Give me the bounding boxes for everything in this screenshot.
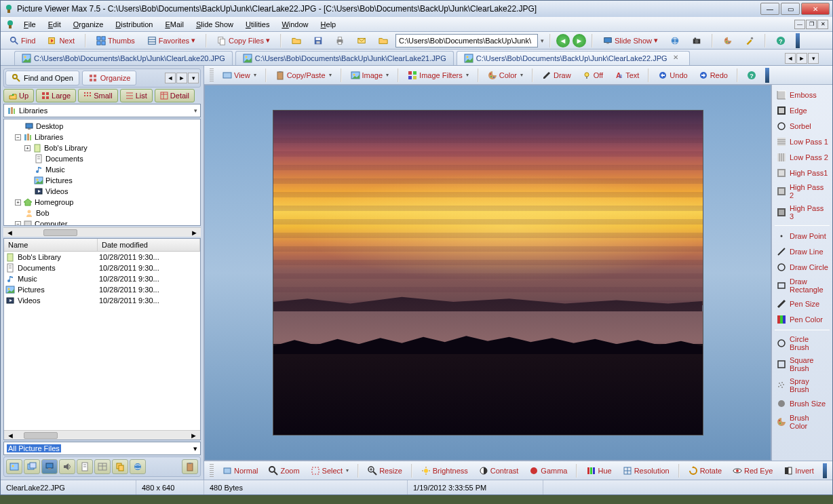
hue-button[interactable]: Hue bbox=[581, 464, 616, 478]
help-button[interactable]: ? bbox=[771, 34, 790, 47]
folder-tree[interactable]: Desktop−Libraries+Bob's LibraryDocuments… bbox=[3, 119, 201, 226]
path-combo[interactable] bbox=[395, 34, 538, 47]
mdi-minimize-button[interactable]: — bbox=[794, 20, 805, 29]
expander-icon[interactable]: + bbox=[24, 145, 31, 151]
find-button[interactable]: Find bbox=[5, 34, 40, 47]
menu-email[interactable]: EMail bbox=[159, 19, 189, 30]
tree-node-bob[interactable]: Bob bbox=[5, 208, 199, 218]
select-button[interactable]: Select▾ bbox=[306, 464, 354, 478]
filter-brush-size[interactable]: Brush Size bbox=[773, 396, 831, 411]
menu-window[interactable]: Window bbox=[276, 19, 313, 30]
close-button[interactable]: ✕ bbox=[801, 3, 830, 15]
list-hscroll[interactable]: ◄► bbox=[4, 430, 200, 440]
tree-node-libraries[interactable]: −Libraries bbox=[5, 132, 199, 142]
lp-icon-6[interactable] bbox=[94, 459, 111, 474]
filter-square-brush[interactable]: Square Brush bbox=[773, 354, 831, 374]
mdi-close-button[interactable]: ✕ bbox=[817, 20, 828, 29]
tree-node-videos[interactable]: Videos bbox=[5, 186, 199, 197]
mdi-restore-button[interactable]: ❐ bbox=[806, 20, 817, 29]
folder2-button[interactable] bbox=[374, 34, 393, 47]
lp-icon-2[interactable] bbox=[24, 459, 40, 474]
image-button[interactable]: Image▾ bbox=[346, 69, 394, 82]
filter-emboss[interactable]: Emboss bbox=[773, 88, 831, 102]
filter-low-pass-2[interactable]: Low Pass 2 bbox=[773, 150, 831, 165]
nav-forward-button[interactable]: ► bbox=[573, 34, 586, 47]
expander-icon[interactable]: − bbox=[15, 134, 21, 140]
lp-menu-button[interactable]: ▾ bbox=[188, 73, 199, 83]
list-item[interactable]: Bob's Library10/28/2011 9:30... bbox=[4, 252, 200, 263]
draw-button[interactable]: Draw bbox=[537, 69, 576, 82]
favorites-button[interactable]: Favorites▾ bbox=[142, 34, 200, 47]
lp-prev-button[interactable]: ◄ bbox=[165, 73, 176, 83]
col-name[interactable]: Name bbox=[4, 239, 98, 251]
filter-edge[interactable]: Edge bbox=[773, 103, 831, 118]
view-button[interactable]: View▾ bbox=[218, 69, 261, 82]
doc-tab-1[interactable]: C:\Users\Bob\Documents\BackUp\Junk\Clear… bbox=[235, 51, 454, 65]
slideshow-button[interactable]: Slide Show▾ bbox=[598, 34, 663, 47]
tree-node-music[interactable]: Music bbox=[5, 164, 199, 175]
next-button[interactable]: Next bbox=[43, 34, 79, 47]
gamma-button[interactable]: Gamma bbox=[524, 464, 572, 478]
invert-button[interactable]: Invert bbox=[779, 464, 819, 478]
path-dropdown-button[interactable]: ▾ bbox=[541, 37, 544, 44]
lp-icon-7[interactable] bbox=[112, 459, 128, 474]
lp-next-button[interactable]: ► bbox=[176, 73, 187, 83]
canvas-viewport[interactable] bbox=[204, 85, 771, 461]
zoom-button[interactable]: Zoom bbox=[264, 464, 304, 478]
undo-button[interactable]: Undo bbox=[653, 69, 692, 82]
camera-button[interactable] bbox=[687, 34, 706, 47]
menu-file[interactable]: File bbox=[18, 19, 41, 30]
rotate-button[interactable]: Rotate bbox=[684, 464, 727, 478]
open-folder-button[interactable] bbox=[287, 34, 306, 47]
filter-draw-circle[interactable]: Draw Circle bbox=[773, 260, 831, 275]
find-open-tab[interactable]: Find and Open bbox=[5, 71, 79, 85]
save-button[interactable] bbox=[309, 34, 328, 47]
menu-organize[interactable]: Organize bbox=[68, 19, 109, 30]
filter-high-pass-3[interactable]: High Pass 3 bbox=[773, 202, 831, 222]
large-button[interactable]: Large bbox=[36, 89, 76, 102]
menu-utilities[interactable]: Utilities bbox=[240, 19, 275, 30]
tool-button[interactable] bbox=[740, 34, 759, 47]
expander-icon[interactable]: − bbox=[15, 221, 21, 227]
minimize-button[interactable]: — bbox=[760, 3, 779, 15]
normal-button[interactable]: Normal bbox=[218, 464, 263, 478]
list-button[interactable]: List bbox=[120, 89, 153, 102]
filter-combo[interactable]: All Picture Files ▾ bbox=[3, 442, 201, 455]
tab-menu-button[interactable]: ▾ bbox=[808, 53, 819, 64]
help2-button[interactable]: ? bbox=[742, 69, 761, 82]
lp-icon-5[interactable] bbox=[77, 459, 93, 474]
resize-button[interactable]: Resize bbox=[363, 464, 407, 478]
menu-help[interactable]: Help bbox=[315, 19, 342, 30]
doc-tab-2[interactable]: C:\Users\Bob\Documents\BackUp\Junk\Clear… bbox=[457, 51, 690, 65]
resolution-button[interactable]: Resolution bbox=[618, 464, 674, 478]
copyfiles-button[interactable]: Copy Files▾ bbox=[212, 34, 275, 47]
filter-draw-line[interactable]: Draw Line bbox=[773, 244, 831, 259]
lp-icon-4[interactable] bbox=[59, 459, 75, 474]
up-button[interactable]: Up bbox=[3, 89, 34, 102]
tree-node-desktop[interactable]: Desktop bbox=[5, 121, 199, 132]
menu-distribution[interactable]: Distribution bbox=[110, 19, 158, 30]
filter-brush-color[interactable]: Brush Color bbox=[773, 412, 831, 432]
expander-icon[interactable]: + bbox=[15, 199, 21, 206]
color-button[interactable]: Color▾ bbox=[483, 69, 528, 82]
mail-button[interactable] bbox=[352, 34, 371, 47]
tree-hscroll[interactable]: ◄► bbox=[3, 227, 201, 237]
detail-button[interactable]: Detail bbox=[155, 89, 195, 102]
filter-draw-point[interactable]: Draw Point bbox=[773, 229, 831, 244]
lp-icon-3[interactable] bbox=[41, 459, 58, 474]
thumbs-button[interactable]: Thumbs bbox=[92, 34, 140, 47]
brightness-button[interactable]: Brightness bbox=[416, 464, 473, 478]
lp-icon-paste[interactable] bbox=[182, 459, 198, 474]
filters-button[interactable]: Image Filters▾ bbox=[403, 69, 473, 82]
off-button[interactable]: Off bbox=[577, 69, 608, 82]
tab-close-button[interactable]: ✕ bbox=[673, 54, 682, 63]
filter-pen-color[interactable]: Pen Color bbox=[773, 312, 831, 327]
list-item[interactable]: Documents10/28/2011 9:30... bbox=[4, 263, 200, 273]
location-combo[interactable]: Libraries ▾ bbox=[3, 104, 201, 117]
tab-prev-button[interactable]: ◄ bbox=[785, 53, 796, 64]
lp-icon-8[interactable] bbox=[130, 459, 146, 474]
tree-node-bob-s-library[interactable]: +Bob's Library bbox=[5, 142, 199, 153]
filter-low-pass-1[interactable]: Low Pass 1 bbox=[773, 134, 831, 149]
col-date[interactable]: Date modified bbox=[98, 239, 200, 251]
tab-next-button[interactable]: ► bbox=[796, 53, 807, 64]
